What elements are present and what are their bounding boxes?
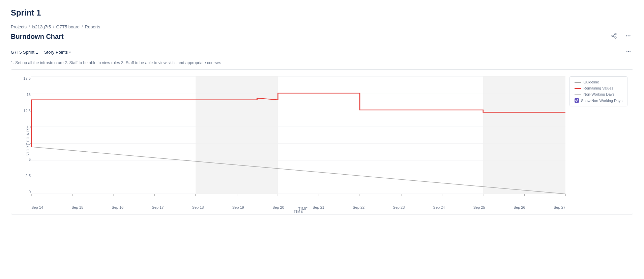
sprint-description: 1. Set up all the infrastructure 2. Staf… xyxy=(11,60,633,65)
breadcrumb-project[interactable]: is212g7t5 xyxy=(32,24,51,29)
y-axis-ticks: 17.5 15 12.5 10 7.5 5 2.5 0 xyxy=(21,76,31,194)
chart-title: Burndown Chart xyxy=(11,33,64,41)
remaining-color-swatch xyxy=(575,88,581,89)
svg-point-5 xyxy=(626,35,627,36)
svg-point-8 xyxy=(626,51,627,52)
legend-remaining-label: Remaining Values xyxy=(583,86,613,90)
svg-line-3 xyxy=(613,36,615,37)
svg-line-4 xyxy=(613,34,615,35)
breadcrumb: Projects / is212g7t5 / G7T5 board / Repo… xyxy=(11,24,633,29)
chevron-down-icon: ▾ xyxy=(69,50,71,54)
legend-guideline-label: Guideline xyxy=(583,80,599,84)
svg-point-2 xyxy=(615,37,616,39)
guideline-color-swatch xyxy=(575,82,581,83)
breadcrumb-board[interactable]: G7T5 board xyxy=(56,24,80,29)
metric-label: Story Points xyxy=(44,50,68,55)
page-title: Sprint 1 xyxy=(11,8,633,18)
show-nonworking-checkbox[interactable] xyxy=(575,98,579,103)
sprint-label: G7T5 Sprint 1 xyxy=(11,50,38,55)
legend-show-nonworking-label: Show Non-Working Days xyxy=(581,99,622,103)
nonworking-shade-2 xyxy=(483,76,565,194)
share-button[interactable] xyxy=(609,31,619,42)
burndown-chart-svg xyxy=(31,76,565,194)
legend-nonworking-label: Non-Working Days xyxy=(583,92,614,96)
legend-remaining: Remaining Values xyxy=(575,86,622,90)
title-actions xyxy=(609,31,633,42)
legend-guideline: Guideline xyxy=(575,80,622,84)
metric-dropdown[interactable]: Story Points ▾ xyxy=(42,48,73,56)
nonworking-color-swatch xyxy=(575,94,581,95)
chart-more-button[interactable] xyxy=(624,47,633,57)
svg-point-1 xyxy=(612,35,613,37)
svg-point-7 xyxy=(630,35,631,36)
svg-point-9 xyxy=(628,51,629,52)
svg-point-10 xyxy=(630,51,631,52)
legend-nonworking: Non-Working Days xyxy=(575,92,622,96)
x-axis-title: TIME xyxy=(31,210,565,213)
chart-container: STORY POINTS TIME Guideline Remaining Va… xyxy=(11,69,633,214)
legend-show-nonworking[interactable]: Show Non-Working Days xyxy=(575,98,622,103)
breadcrumb-current: Reports xyxy=(85,24,100,29)
chart-legend: Guideline Remaining Values Non-Working D… xyxy=(569,76,627,106)
x-axis-ticks: Sep 14 Sep 15 Sep 16 Sep 17 Sep 18 Sep 1… xyxy=(31,205,565,209)
svg-point-6 xyxy=(628,35,629,36)
nonworking-shade-1 xyxy=(196,76,278,194)
svg-point-0 xyxy=(615,33,616,35)
more-options-button[interactable] xyxy=(623,31,633,42)
breadcrumb-projects[interactable]: Projects xyxy=(11,24,27,29)
